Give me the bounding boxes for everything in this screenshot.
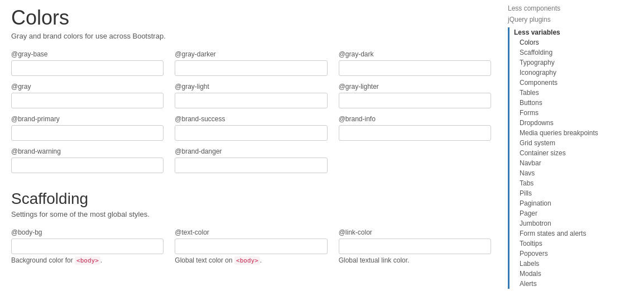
scaffolding-subtitle: Settings for some of the most global sty… [11, 210, 491, 218]
color-label-gray-dark: @gray-dark [339, 50, 491, 58]
color-label-gray: @gray [11, 83, 164, 90]
color-label-brand-success: @brand-success [175, 115, 327, 123]
color-label-gray-lighter: @gray-lighter [339, 83, 491, 90]
scaffolding-label-link-color: @link-color [339, 228, 491, 236]
color-item-gray-dark: @gray-dark lighten(@gray-base, 20%) [339, 50, 491, 76]
color-input-brand-warning[interactable]: #f0ad4e [11, 158, 164, 173]
sidebar-less-components[interactable]: Less components [508, 3, 625, 14]
note-text-before-2: Global text color on [175, 256, 234, 264]
color-label-brand-warning: @brand-warning [11, 147, 164, 155]
sidebar-item-navs[interactable]: Navs [514, 168, 625, 178]
sidebar-item-form-states[interactable]: Form states and alerts [514, 228, 625, 239]
sidebar-item-scaffolding[interactable]: Scaffolding [514, 47, 625, 58]
scaffolding-input-text-color[interactable]: @gray-dark [175, 239, 327, 254]
scaffolding-input-link-color[interactable]: @brand-primary [339, 239, 491, 254]
sidebar-less-variables-title: Less variables [514, 27, 625, 37]
color-item-brand-warning: @brand-warning #f0ad4e [11, 147, 164, 173]
sidebar-item-iconography[interactable]: Iconography [514, 68, 625, 78]
color-input-brand-info[interactable]: #5bc0de [339, 125, 491, 141]
scaffolding-label-body-bg: @body-bg [11, 228, 164, 236]
scaffolding-note-body-bg: Background color for <body>. [11, 256, 164, 264]
color-input-brand-danger[interactable]: #d9534f [175, 158, 327, 173]
sidebar-item-popovers[interactable]: Popovers [514, 249, 625, 259]
color-input-gray-light[interactable]: lighten(@gray-base, 46.7%) [175, 93, 327, 108]
sidebar-less-variables-group: Less variables Colors Scaffolding Typogr… [508, 27, 625, 289]
scaffolding-item-body-bg: @body-bg #fff Background color for <body… [11, 228, 164, 264]
sidebar-item-colors[interactable]: Colors [514, 37, 625, 47]
color-input-gray-base[interactable]: #000 [11, 60, 164, 76]
scaffolding-note-link-color: Global textual link color. [339, 256, 491, 264]
sidebar-item-navbar[interactable]: Navbar [514, 158, 625, 168]
note-text-link: Global textual link color. [339, 256, 410, 264]
color-item-brand-danger: @brand-danger #d9534f [175, 147, 327, 173]
scaffolding-grid: @body-bg #fff Background color for <body… [11, 228, 491, 264]
sidebar-jquery-plugins[interactable]: jQuery plugins [508, 14, 625, 25]
scaffolding-item-text-color: @text-color @gray-dark Global text color… [175, 228, 327, 264]
sidebar-item-components[interactable]: Components [514, 78, 625, 88]
scaffolding-label-text-color: @text-color [175, 228, 327, 236]
scaffolding-item-link-color: @link-color @brand-primary Global textua… [339, 228, 491, 264]
sidebar-item-jumbotron[interactable]: Jumbotron [514, 218, 625, 228]
sidebar-item-tabs[interactable]: Tabs [514, 178, 625, 188]
scaffolding-note-text-color: Global text color on <body>. [175, 256, 327, 264]
color-item-gray-base: @gray-base #000 [11, 50, 164, 76]
color-item-brand-info: @brand-info #5bc0de [339, 115, 491, 141]
sidebar-item-media-queries[interactable]: Media queries breakpoints [514, 128, 625, 138]
color-input-gray[interactable]: lighten(@gray-base, 33.5%) [11, 93, 164, 108]
scaffolding-heading: Scaffolding [11, 190, 491, 208]
main-content: Colors Gray and brand colors for use acr… [0, 0, 502, 292]
scaffolding-input-body-bg[interactable]: #fff [11, 239, 164, 254]
color-label-brand-info: @brand-info [339, 115, 491, 123]
color-item-gray-darker: @gray-darker lighten(@gray-base, 13.5%) [175, 50, 327, 76]
color-input-gray-lighter[interactable]: lighten(@gray-base, 93.5%) [339, 93, 491, 108]
color-label-brand-primary: @brand-primary [11, 115, 164, 123]
sidebar: Less components jQuery plugins Less vari… [502, 0, 625, 292]
note-text-before: Background color for [11, 256, 75, 264]
color-label-brand-danger: @brand-danger [175, 147, 327, 155]
color-label-gray-base: @gray-base [11, 50, 164, 58]
colors-subtitle: Gray and brand colors for use across Boo… [11, 32, 491, 40]
sidebar-item-container-sizes[interactable]: Container sizes [514, 148, 625, 158]
note-code-body: <body> [75, 256, 100, 265]
colors-heading: Colors [11, 6, 491, 30]
note-text-after-2: . [260, 256, 262, 264]
sidebar-item-dropdowns[interactable]: Dropdowns [514, 118, 625, 128]
color-item-empty [339, 147, 491, 173]
sidebar-item-alerts[interactable]: Alerts [514, 279, 625, 289]
color-grid: @gray-base #000 @gray-darker lighten(@gr… [11, 50, 491, 173]
sidebar-item-buttons[interactable]: Buttons [514, 98, 625, 108]
sidebar-item-pills[interactable]: Pills [514, 188, 625, 198]
note-text-after: . [100, 256, 102, 264]
color-label-gray-darker: @gray-darker [175, 50, 327, 58]
color-item-brand-success: @brand-success #5cb85c [175, 115, 327, 141]
color-item-brand-primary: @brand-primary #428bca [11, 115, 164, 141]
color-label-gray-light: @gray-light [175, 83, 327, 90]
sidebar-item-labels[interactable]: Labels [514, 259, 625, 269]
color-input-gray-dark[interactable]: lighten(@gray-base, 20%) [339, 60, 491, 76]
sidebar-item-typography[interactable]: Typography [514, 58, 625, 68]
sidebar-item-forms[interactable]: Forms [514, 108, 625, 118]
color-input-brand-success[interactable]: #5cb85c [175, 125, 327, 141]
sidebar-item-modals[interactable]: Modals [514, 269, 625, 279]
sidebar-item-pagination[interactable]: Pagination [514, 198, 625, 208]
color-input-brand-primary[interactable]: #428bca [11, 125, 164, 141]
color-item-gray-light: @gray-light lighten(@gray-base, 46.7%) [175, 83, 327, 108]
color-item-gray: @gray lighten(@gray-base, 33.5%) [11, 83, 164, 108]
sidebar-item-tooltips[interactable]: Tooltips [514, 239, 625, 249]
sidebar-item-pager[interactable]: Pager [514, 208, 625, 218]
sidebar-item-tables[interactable]: Tables [514, 88, 625, 98]
sidebar-item-grid-system[interactable]: Grid system [514, 138, 625, 148]
note-code-text: <body> [234, 256, 260, 265]
color-input-gray-darker[interactable]: lighten(@gray-base, 13.5%) [175, 60, 327, 76]
color-item-gray-lighter: @gray-lighter lighten(@gray-base, 93.5%) [339, 83, 491, 108]
